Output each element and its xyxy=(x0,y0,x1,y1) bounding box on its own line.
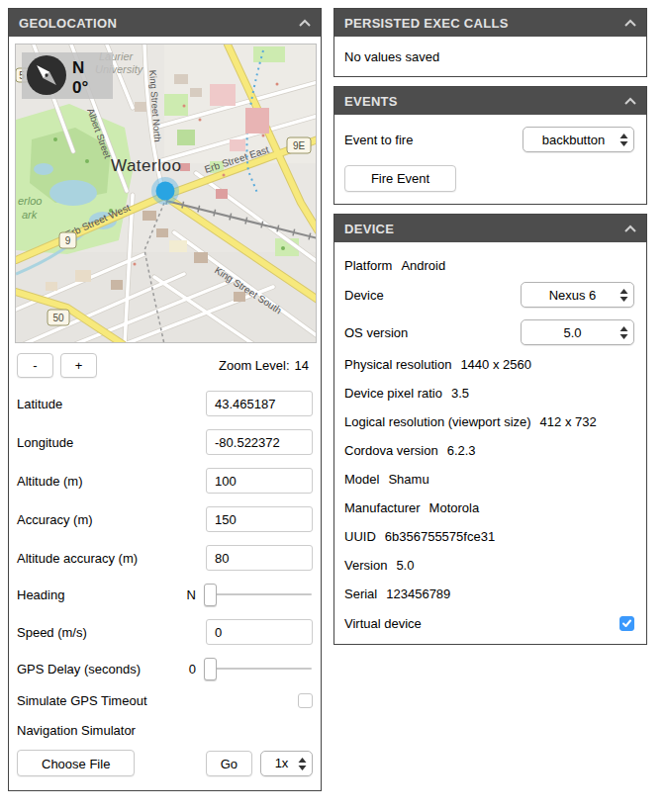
heading-slider-track xyxy=(205,593,312,595)
altitude-accuracy-input[interactable] xyxy=(206,545,313,571)
device-label: Device xyxy=(344,288,384,303)
virtual-device-label: Virtual device xyxy=(344,616,422,631)
device-row-device: Device Nexus 6 xyxy=(344,282,634,308)
device-row-platform: Platform Android xyxy=(344,258,634,273)
manufacturer-value: Motorola xyxy=(429,500,480,515)
device-row-version: Version 5.0 xyxy=(344,558,634,573)
geolocation-map[interactable]: Laurier University erloo ark Albert Stre… xyxy=(15,44,317,343)
events-header[interactable]: EVENTS xyxy=(334,87,646,115)
longitude-input[interactable] xyxy=(206,429,313,455)
playback-speed-select[interactable]: 1x xyxy=(260,751,313,776)
zoom-level-value: 14 xyxy=(295,358,309,373)
no-values-saved-text: No values saved xyxy=(344,49,439,64)
altitude-label: Altitude (m) xyxy=(17,474,82,489)
pixel-ratio-label: Device pixel ratio xyxy=(344,386,442,401)
fire-event-button[interactable]: Fire Event xyxy=(344,165,456,192)
events-title: EVENTS xyxy=(344,94,398,109)
chevron-up-icon[interactable] xyxy=(624,225,636,232)
persisted-exec-calls-panel: PERSISTED EXEC CALLS No values saved xyxy=(333,8,647,77)
gps-delay-label: GPS Delay (seconds) xyxy=(17,662,141,677)
navigation-simulator-label: Navigation Simulator xyxy=(17,723,313,738)
latitude-input[interactable] xyxy=(206,391,313,416)
check-icon xyxy=(621,618,632,629)
serial-label: Serial xyxy=(344,586,377,601)
device-select[interactable]: Nexus 6 xyxy=(521,282,634,308)
cordova-version-label: Cordova version xyxy=(344,443,438,458)
zoom-level-label: Zoom Level: xyxy=(219,358,290,373)
events-panel: EVENTS Event to fire backbutton Fire Eve… xyxy=(333,86,647,205)
device-row-physical-resolution: Physical resolution 1440 x 2560 xyxy=(344,357,634,372)
device-row-manufacturer: Manufacturer Motorola xyxy=(344,500,634,515)
heading-value: N xyxy=(187,587,196,602)
zoom-in-button[interactable]: + xyxy=(60,353,97,378)
map-compass-overlay[interactable]: N 0° xyxy=(22,52,113,99)
event-select[interactable]: backbutton xyxy=(523,127,634,152)
gps-delay-slider[interactable] xyxy=(204,658,313,680)
map-canvas: Laurier University erloo ark Albert Stre… xyxy=(16,45,317,343)
accuracy-input[interactable] xyxy=(206,506,313,532)
playback-speed-value: 1x xyxy=(275,756,289,770)
altitude-input[interactable] xyxy=(206,468,313,494)
longitude-row: Longitude xyxy=(17,429,313,455)
version-value: 5.0 xyxy=(396,558,414,573)
device-row-virtual-device: Virtual device xyxy=(344,616,634,631)
zoom-level: Zoom Level:14 xyxy=(219,358,313,373)
device-row-logical-resolution: Logical resolution (viewport size) 412 x… xyxy=(344,414,634,429)
heading-slider-thumb[interactable] xyxy=(204,584,217,606)
chevron-up-icon[interactable] xyxy=(299,19,311,27)
os-version-select[interactable]: 5.0 xyxy=(521,319,634,345)
longitude-label: Longitude xyxy=(17,435,73,450)
speed-input[interactable] xyxy=(206,619,313,645)
logical-resolution-value: 412 x 732 xyxy=(540,414,597,429)
virtual-device-checkbox[interactable] xyxy=(619,616,634,631)
zoom-out-button[interactable]: - xyxy=(17,353,53,378)
accuracy-label: Accuracy (m) xyxy=(17,512,93,527)
persisted-exec-calls-title: PERSISTED EXEC CALLS xyxy=(344,16,509,31)
serial-value: 123456789 xyxy=(386,586,450,601)
go-button[interactable]: Go xyxy=(206,751,252,776)
geolocation-panel: GEOLOCATION xyxy=(8,8,322,791)
event-select-value: backbutton xyxy=(542,133,606,147)
stepper-icon xyxy=(619,134,628,147)
model-label: Model xyxy=(344,472,379,487)
platform-label: Platform xyxy=(344,258,392,273)
accuracy-row: Accuracy (m) xyxy=(17,506,313,532)
manufacturer-label: Manufacturer xyxy=(344,500,421,515)
device-header[interactable]: DEVICE xyxy=(334,215,646,242)
heading-slider[interactable] xyxy=(204,584,313,606)
navigation-simulator-controls: Choose File Go 1x xyxy=(17,750,313,776)
gps-delay-slider-thumb[interactable] xyxy=(204,658,217,680)
gps-timeout-checkbox[interactable] xyxy=(298,693,313,708)
logical-resolution-label: Logical resolution (viewport size) xyxy=(344,414,531,429)
pixel-ratio-value: 3.5 xyxy=(451,386,469,401)
latitude-label: Latitude xyxy=(17,397,62,411)
chevron-up-icon[interactable] xyxy=(624,19,636,27)
chevron-up-icon[interactable] xyxy=(624,97,636,105)
uuid-value: 6b356755575fce31 xyxy=(385,529,495,544)
persisted-exec-calls-header[interactable]: PERSISTED EXEC CALLS xyxy=(334,9,646,37)
device-row-model: Model Shamu xyxy=(344,472,634,487)
physical-resolution-label: Physical resolution xyxy=(344,357,451,372)
latitude-row: Latitude xyxy=(17,391,313,416)
zoom-controls-row: - + Zoom Level:14 xyxy=(17,353,313,378)
map-badge-50: 50 xyxy=(52,313,64,323)
map-label-city: Waterloo xyxy=(111,156,181,175)
heading-label: Heading xyxy=(17,587,64,602)
map-label-park-1: erloo xyxy=(18,195,42,207)
event-to-fire-row: Event to fire backbutton xyxy=(344,127,634,152)
cordova-version-value: 6.2.3 xyxy=(447,443,476,458)
stepper-icon xyxy=(619,289,628,303)
model-value: Shamu xyxy=(388,472,428,487)
gps-timeout-row: Simulate GPS Timeout xyxy=(17,693,313,708)
platform-value: Android xyxy=(401,258,445,273)
heading-row: Heading N xyxy=(17,584,313,606)
uuid-label: UUID xyxy=(344,529,376,544)
choose-file-button[interactable]: Choose File xyxy=(17,750,135,776)
map-badge-9: 9 xyxy=(65,235,71,246)
device-panel: DEVICE Platform Android Device Nexus 6 O… xyxy=(333,214,647,645)
gps-delay-row: GPS Delay (seconds) 0 xyxy=(17,658,313,680)
geolocation-header[interactable]: GEOLOCATION xyxy=(9,9,321,37)
geolocation-title: GEOLOCATION xyxy=(19,16,117,31)
gps-timeout-label: Simulate GPS Timeout xyxy=(17,693,147,708)
map-badge-9e: 9E xyxy=(293,140,306,151)
